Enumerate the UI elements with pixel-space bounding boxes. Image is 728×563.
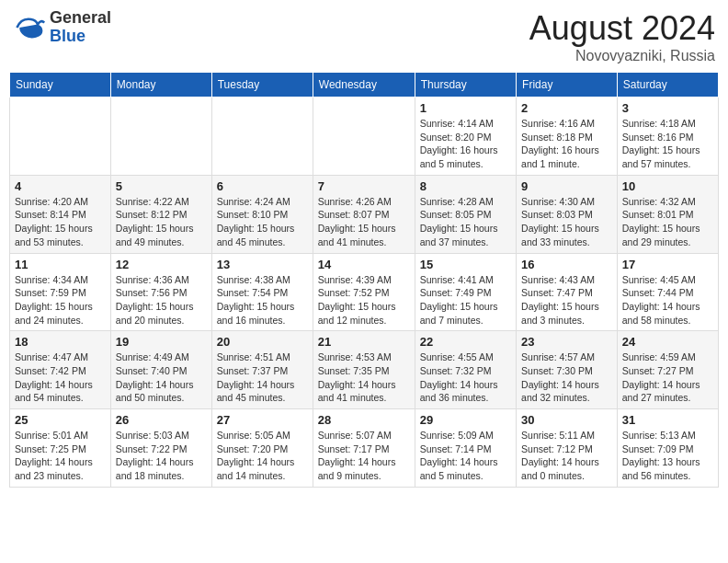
day-info: Sunrise: 4:38 AMSunset: 7:54 PMDaylight:… <box>217 273 308 327</box>
day-number: 16 <box>521 258 612 271</box>
calendar-cell: 5 Sunrise: 4:22 AMSunset: 8:12 PMDayligh… <box>110 175 211 253</box>
calendar-cell: 8 Sunrise: 4:28 AMSunset: 8:05 PMDayligh… <box>415 175 516 253</box>
day-number: 11 <box>15 258 106 271</box>
calendar-cell: 28 Sunrise: 5:07 AMSunset: 7:17 PMDaylig… <box>313 409 415 488</box>
weekday-header-row: SundayMondayTuesdayWednesdayThursdayFrid… <box>10 73 719 98</box>
calendar-cell: 15 Sunrise: 4:41 AMSunset: 7:49 PMDaylig… <box>415 253 516 331</box>
day-number: 22 <box>420 335 511 349</box>
calendar-cell: 31 Sunrise: 5:13 AMSunset: 7:09 PMDaylig… <box>617 409 718 488</box>
day-number: 5 <box>116 179 207 193</box>
day-info: Sunrise: 4:59 AMSunset: 7:27 PMDaylight:… <box>622 350 713 405</box>
day-info: Sunrise: 5:13 AMSunset: 7:09 PMDaylight:… <box>622 429 713 483</box>
day-number: 6 <box>217 179 308 193</box>
day-number: 13 <box>217 258 308 271</box>
weekday-header: Sunday <box>10 73 111 98</box>
month-title: August 2024 <box>529 9 715 48</box>
day-number: 17 <box>622 258 713 271</box>
day-info: Sunrise: 5:09 AMSunset: 7:14 PMDaylight:… <box>420 429 511 483</box>
day-info: Sunrise: 5:03 AMSunset: 7:22 PMDaylight:… <box>116 429 207 483</box>
calendar-cell: 10 Sunrise: 4:32 AMSunset: 8:01 PMDaylig… <box>617 175 718 253</box>
day-info: Sunrise: 4:14 AMSunset: 8:20 PMDaylight:… <box>420 117 511 171</box>
day-info: Sunrise: 4:30 AMSunset: 8:03 PMDaylight:… <box>521 195 612 249</box>
day-info: Sunrise: 4:51 AMSunset: 7:37 PMDaylight:… <box>217 350 308 405</box>
day-info: Sunrise: 4:34 AMSunset: 7:59 PMDaylight:… <box>15 273 106 327</box>
day-info: Sunrise: 4:20 AMSunset: 8:14 PMDaylight:… <box>15 195 106 249</box>
day-number: 14 <box>318 258 410 271</box>
calendar-cell <box>110 98 211 176</box>
day-number: 25 <box>15 413 106 427</box>
day-info: Sunrise: 5:05 AMSunset: 7:20 PMDaylight:… <box>217 429 308 483</box>
calendar-week-row: 18 Sunrise: 4:47 AMSunset: 7:42 PMDaylig… <box>10 331 719 409</box>
calendar-cell <box>10 98 111 176</box>
calendar-cell: 3 Sunrise: 4:18 AMSunset: 8:16 PMDayligh… <box>617 98 718 176</box>
day-info: Sunrise: 4:57 AMSunset: 7:30 PMDaylight:… <box>521 350 612 405</box>
day-number: 24 <box>622 335 713 349</box>
logo-icon <box>13 11 46 44</box>
calendar-cell: 19 Sunrise: 4:49 AMSunset: 7:40 PMDaylig… <box>110 331 211 409</box>
calendar-week-row: 25 Sunrise: 5:01 AMSunset: 7:25 PMDaylig… <box>10 409 719 488</box>
day-number: 3 <box>622 101 713 115</box>
calendar-cell: 20 Sunrise: 4:51 AMSunset: 7:37 PMDaylig… <box>211 331 313 409</box>
calendar-cell: 21 Sunrise: 4:53 AMSunset: 7:35 PMDaylig… <box>313 331 415 409</box>
calendar-cell: 14 Sunrise: 4:39 AMSunset: 7:52 PMDaylig… <box>313 253 415 331</box>
day-number: 7 <box>318 179 410 193</box>
weekday-header: Friday <box>517 73 618 98</box>
day-info: Sunrise: 5:07 AMSunset: 7:17 PMDaylight:… <box>318 429 410 483</box>
weekday-header: Tuesday <box>211 73 313 98</box>
logo: General Blue <box>13 9 111 46</box>
day-info: Sunrise: 4:22 AMSunset: 8:12 PMDaylight:… <box>116 195 207 249</box>
calendar-cell: 1 Sunrise: 4:14 AMSunset: 8:20 PMDayligh… <box>415 98 516 176</box>
calendar-cell: 17 Sunrise: 4:45 AMSunset: 7:44 PMDaylig… <box>617 253 718 331</box>
day-info: Sunrise: 4:39 AMSunset: 7:52 PMDaylight:… <box>318 273 410 327</box>
day-number: 28 <box>318 413 410 427</box>
calendar-cell: 22 Sunrise: 4:55 AMSunset: 7:32 PMDaylig… <box>415 331 516 409</box>
calendar-cell: 27 Sunrise: 5:05 AMSunset: 7:20 PMDaylig… <box>211 409 313 488</box>
day-info: Sunrise: 4:32 AMSunset: 8:01 PMDaylight:… <box>622 195 713 249</box>
day-info: Sunrise: 4:55 AMSunset: 7:32 PMDaylight:… <box>420 350 511 405</box>
calendar-cell: 29 Sunrise: 5:09 AMSunset: 7:14 PMDaylig… <box>415 409 516 488</box>
day-number: 26 <box>116 413 207 427</box>
calendar-cell: 23 Sunrise: 4:57 AMSunset: 7:30 PMDaylig… <box>517 331 618 409</box>
day-number: 21 <box>318 335 410 349</box>
calendar-table: SundayMondayTuesdayWednesdayThursdayFrid… <box>9 72 719 488</box>
day-number: 19 <box>116 335 207 349</box>
calendar-cell: 6 Sunrise: 4:24 AMSunset: 8:10 PMDayligh… <box>211 175 313 253</box>
calendar-cell: 7 Sunrise: 4:26 AMSunset: 8:07 PMDayligh… <box>313 175 415 253</box>
calendar-cell: 13 Sunrise: 4:38 AMSunset: 7:54 PMDaylig… <box>211 253 313 331</box>
day-info: Sunrise: 4:41 AMSunset: 7:49 PMDaylight:… <box>420 273 511 327</box>
calendar-cell: 30 Sunrise: 5:11 AMSunset: 7:12 PMDaylig… <box>517 409 618 488</box>
weekday-header: Thursday <box>415 73 516 98</box>
day-info: Sunrise: 4:45 AMSunset: 7:44 PMDaylight:… <box>622 273 713 327</box>
calendar-cell: 4 Sunrise: 4:20 AMSunset: 8:14 PMDayligh… <box>10 175 111 253</box>
calendar-cell: 9 Sunrise: 4:30 AMSunset: 8:03 PMDayligh… <box>517 175 618 253</box>
calendar-cell: 26 Sunrise: 5:03 AMSunset: 7:22 PMDaylig… <box>110 409 211 488</box>
day-number: 27 <box>217 413 308 427</box>
page-header: General Blue August 2024 Novovyazniki, R… <box>9 9 719 64</box>
day-info: Sunrise: 4:16 AMSunset: 8:18 PMDaylight:… <box>521 117 612 171</box>
calendar-cell: 16 Sunrise: 4:43 AMSunset: 7:47 PMDaylig… <box>517 253 618 331</box>
day-number: 12 <box>116 258 207 271</box>
title-area: August 2024 Novovyazniki, Russia <box>529 9 715 64</box>
day-number: 8 <box>420 179 511 193</box>
calendar-cell: 12 Sunrise: 4:36 AMSunset: 7:56 PMDaylig… <box>110 253 211 331</box>
day-number: 4 <box>15 179 106 193</box>
calendar-week-row: 4 Sunrise: 4:20 AMSunset: 8:14 PMDayligh… <box>10 175 719 253</box>
calendar-cell: 25 Sunrise: 5:01 AMSunset: 7:25 PMDaylig… <box>10 409 111 488</box>
day-number: 18 <box>15 335 106 349</box>
day-info: Sunrise: 4:43 AMSunset: 7:47 PMDaylight:… <box>521 273 612 327</box>
day-number: 30 <box>521 413 612 427</box>
calendar-cell: 2 Sunrise: 4:16 AMSunset: 8:18 PMDayligh… <box>517 98 618 176</box>
day-info: Sunrise: 5:01 AMSunset: 7:25 PMDaylight:… <box>15 429 106 483</box>
day-number: 2 <box>521 101 612 115</box>
logo-text: General Blue <box>50 9 111 46</box>
day-info: Sunrise: 5:11 AMSunset: 7:12 PMDaylight:… <box>521 429 612 483</box>
day-info: Sunrise: 4:36 AMSunset: 7:56 PMDaylight:… <box>116 273 207 327</box>
calendar-week-row: 1 Sunrise: 4:14 AMSunset: 8:20 PMDayligh… <box>10 98 719 176</box>
day-info: Sunrise: 4:26 AMSunset: 8:07 PMDaylight:… <box>318 195 410 249</box>
calendar-cell <box>211 98 313 176</box>
day-number: 29 <box>420 413 511 427</box>
calendar-cell: 24 Sunrise: 4:59 AMSunset: 7:27 PMDaylig… <box>617 331 718 409</box>
day-number: 23 <box>521 335 612 349</box>
day-info: Sunrise: 4:49 AMSunset: 7:40 PMDaylight:… <box>116 350 207 405</box>
day-info: Sunrise: 4:47 AMSunset: 7:42 PMDaylight:… <box>15 350 106 405</box>
